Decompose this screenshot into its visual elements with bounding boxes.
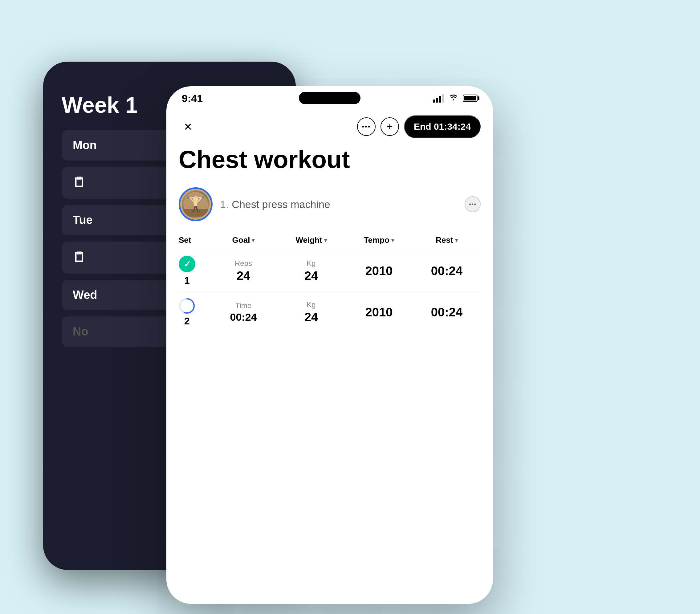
signal-icon xyxy=(433,94,444,103)
set2-rest-value: 00:24 xyxy=(413,305,480,319)
weight-unit-label: Kg xyxy=(277,259,345,268)
goal-value: 24 xyxy=(210,269,277,283)
battery-icon xyxy=(463,95,477,102)
end-workout-button[interactable]: End 01:34:24 xyxy=(404,115,480,138)
goal-sort-icon: ▾ xyxy=(252,237,254,244)
rest-value: 00:24 xyxy=(413,264,480,278)
doc-icon: 🗒 xyxy=(73,175,86,190)
top-bar-right: ••• + End 01:34:24 xyxy=(357,115,480,138)
close-button[interactable]: × xyxy=(179,117,197,136)
tempo-sort-icon: ▾ xyxy=(391,237,394,244)
exercise-table: Set Goal ▾ Weight ▾ Tempo ▾ Rest ▾ xyxy=(166,226,493,333)
header-rest[interactable]: Rest ▾ xyxy=(413,235,480,245)
no-exercise-label: No xyxy=(73,325,88,338)
set-1-weight[interactable]: Kg 24 xyxy=(277,259,345,283)
exercise-name: Chest press machine xyxy=(232,198,330,210)
header-set: Set xyxy=(179,235,210,245)
svg-rect-7 xyxy=(187,196,189,199)
weight-sort-icon: ▾ xyxy=(324,237,327,244)
day-label: Wed xyxy=(73,288,97,302)
day-label: Mon xyxy=(73,139,97,152)
set-1-rest[interactable]: 00:24 xyxy=(413,264,480,278)
set-2-number-cell: 2 xyxy=(179,298,210,327)
exercise-image xyxy=(183,192,208,216)
tempo-value: 2010 xyxy=(345,264,413,278)
set-2-rest[interactable]: 00:24 xyxy=(413,305,480,319)
check-icon: ✓ xyxy=(184,259,191,269)
set-1-tempo[interactable]: 2010 xyxy=(345,264,413,278)
rest-sort-icon: ▾ xyxy=(455,237,458,244)
set-1-number: 1 xyxy=(179,275,195,286)
set2-weight-value: 24 xyxy=(277,310,345,324)
set-2-progress[interactable] xyxy=(179,298,195,314)
header-weight[interactable]: Weight ▾ xyxy=(277,235,345,245)
exercise-number: 1. xyxy=(220,198,229,210)
header-goal[interactable]: Goal ▾ xyxy=(210,235,277,245)
more-dots-icon: ••• xyxy=(362,123,371,130)
set-row-1: ✓ 1 Reps 24 Kg 24 2010 00:24 xyxy=(179,250,480,292)
wifi-icon xyxy=(449,93,459,103)
plus-icon: + xyxy=(387,121,393,133)
set2-goal-value: 00:24 xyxy=(210,311,277,323)
more-options-button[interactable]: ••• xyxy=(357,117,376,136)
set-2-number: 2 xyxy=(179,315,195,327)
phone-front: 9:41 × ••• + xyxy=(166,86,493,604)
exercise-row: 1. Chest press machine ••• xyxy=(166,183,493,226)
add-exercise-button[interactable]: + xyxy=(380,117,399,136)
top-bar: × ••• + End 01:34:24 xyxy=(166,108,493,143)
doc-icon: 🗒 xyxy=(73,250,86,265)
set-row-2: 2 Time 00:24 Kg 24 2010 00:24 xyxy=(179,292,480,333)
set-1-goal[interactable]: Reps 24 xyxy=(210,259,277,283)
set-1-number-cell: ✓ 1 xyxy=(179,256,210,286)
header-tempo[interactable]: Tempo ▾ xyxy=(345,235,413,245)
svg-rect-8 xyxy=(202,196,204,199)
set-1-check[interactable]: ✓ xyxy=(179,256,195,272)
exercise-more-button[interactable]: ••• xyxy=(465,196,480,212)
svg-rect-1 xyxy=(183,209,208,216)
workout-title: Chest workout xyxy=(166,143,493,183)
table-header: Set Goal ▾ Weight ▾ Tempo ▾ Rest ▾ xyxy=(179,232,480,250)
set-2-goal[interactable]: Time 00:24 xyxy=(210,301,277,323)
status-time: 9:41 xyxy=(182,92,203,104)
weight-value: 24 xyxy=(277,269,345,283)
status-icons xyxy=(433,93,477,103)
set2-tempo-value: 2010 xyxy=(345,305,413,319)
day-label: Tue xyxy=(73,213,93,227)
exercise-more-icon: ••• xyxy=(469,201,476,208)
set2-goal-label: Time xyxy=(210,301,277,310)
exercise-avatar[interactable] xyxy=(179,187,213,221)
goal-label: Reps xyxy=(210,259,277,268)
set-2-weight[interactable]: Kg 24 xyxy=(277,300,345,324)
dynamic-island xyxy=(299,92,361,104)
set2-weight-unit: Kg xyxy=(277,300,345,309)
set-2-tempo[interactable]: 2010 xyxy=(345,305,413,319)
exercise-name-container: 1. Chest press machine xyxy=(220,198,457,210)
